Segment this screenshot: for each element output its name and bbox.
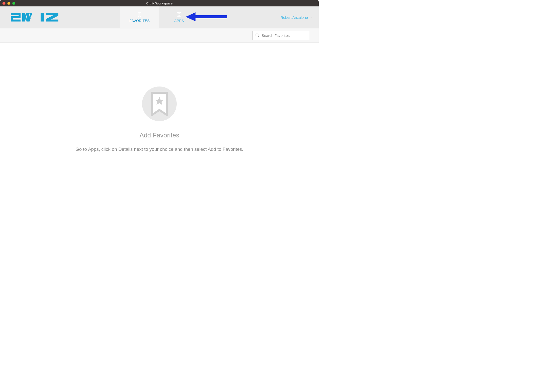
window-title: Citrix Workspace bbox=[146, 1, 172, 5]
swiz-logo-icon bbox=[9, 11, 59, 23]
svg-point-5 bbox=[256, 34, 258, 36]
chevron-down-icon: ▼ bbox=[310, 16, 312, 19]
svg-rect-2 bbox=[180, 13, 181, 14]
main-content: Add Favorites Go to Apps, click on Detai… bbox=[0, 43, 319, 232]
search-box[interactable] bbox=[252, 31, 309, 40]
user-menu[interactable]: Robert Anzalone ▼ bbox=[280, 15, 312, 20]
svg-line-6 bbox=[258, 36, 259, 37]
svg-rect-3 bbox=[177, 15, 179, 17]
apps-grid-icon bbox=[176, 12, 182, 17]
app-window: Citrix Workspace FAVORITES bbox=[0, 0, 319, 232]
window-titlebar: Citrix Workspace bbox=[0, 0, 319, 6]
search-icon bbox=[255, 33, 260, 38]
arrow-left-icon bbox=[186, 12, 228, 22]
tab-favorites[interactable]: FAVORITES bbox=[120, 6, 159, 28]
empty-state-title: Add Favorites bbox=[140, 131, 179, 139]
svg-rect-4 bbox=[180, 15, 181, 17]
search-input[interactable] bbox=[262, 33, 309, 38]
annotation-arrow bbox=[186, 12, 228, 23]
search-toolbar bbox=[0, 28, 319, 43]
header-bar: FAVORITES APPS Robert Anzalone ▼ bbox=[0, 6, 319, 28]
svg-rect-1 bbox=[177, 13, 179, 14]
empty-state-icon bbox=[142, 87, 177, 121]
close-window-button[interactable] bbox=[2, 2, 5, 5]
empty-state-subtitle: Go to Apps, click on Details next to you… bbox=[75, 147, 243, 152]
svg-rect-0 bbox=[41, 13, 44, 22]
user-name-label: Robert Anzalone bbox=[280, 15, 308, 20]
bookmark-star-large-icon bbox=[151, 91, 168, 116]
tab-favorites-label: FAVORITES bbox=[129, 19, 150, 23]
maximize-window-button[interactable] bbox=[12, 2, 15, 5]
brand-logo bbox=[9, 11, 59, 23]
tab-apps-label: APPS bbox=[174, 19, 184, 23]
minimize-window-button[interactable] bbox=[7, 2, 10, 5]
window-controls bbox=[2, 2, 15, 5]
bookmark-star-icon bbox=[137, 12, 142, 17]
